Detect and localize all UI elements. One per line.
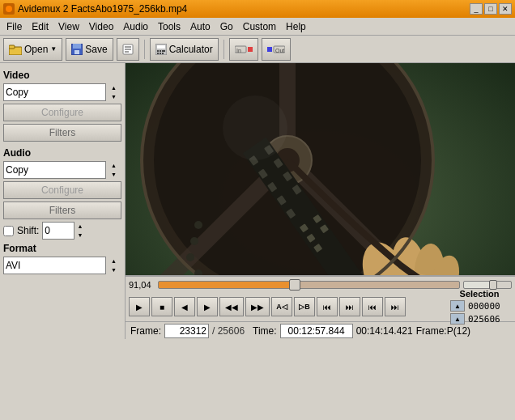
open-label: Open	[24, 44, 48, 55]
toolbar: Open ▼ Save Calculator	[0, 36, 515, 63]
video-area: 91,04 ▶ ■ ◀ ▶ ◀◀ ▶▶ A◁ ▷B ⏮ ⏭ ⏮	[126, 63, 515, 339]
open-dropdown-arrow[interactable]: ▼	[50, 45, 57, 53]
svg-rect-13	[160, 50, 161, 52]
format-wrapper: AVI MP4 MKV ▲ ▼	[3, 257, 121, 274]
menu-edit[interactable]: Edit	[27, 19, 53, 34]
svg-rect-23	[267, 47, 272, 52]
mark-a-button[interactable]: A◁	[271, 297, 292, 316]
svg-rect-5	[74, 50, 79, 54]
shift-checkbox[interactable]	[3, 226, 14, 236]
time-label: Time:	[253, 325, 277, 337]
window-title: Avidemux 2 FactsAbo1975_256kb.mp4	[18, 3, 187, 15]
play-button[interactable]: ▶	[129, 297, 150, 316]
open-button[interactable]: Open ▼	[3, 38, 62, 61]
calculator-label: Calculator	[169, 44, 213, 55]
menu-audio[interactable]: Audio	[118, 19, 153, 34]
svg-rect-14	[162, 50, 165, 52]
svg-point-53	[194, 221, 202, 229]
seekbar-track[interactable]	[158, 281, 460, 289]
markin-icon: In	[235, 44, 253, 55]
goto-end-button[interactable]: ⏭	[339, 297, 360, 316]
main-area: Video Copy None MPEG-4 AVC ▲ ▼ Configure…	[0, 63, 515, 339]
left-panel: Video Copy None MPEG-4 AVC ▲ ▼ Configure…	[0, 63, 126, 339]
goto-start-button[interactable]: ⏮	[317, 297, 338, 316]
audio-section-label: Audio	[3, 147, 121, 159]
mark-b-button[interactable]: ▷B	[294, 297, 315, 316]
menu-help[interactable]: Help	[281, 19, 311, 34]
seekbar-handle[interactable]	[289, 279, 300, 291]
minimize-button[interactable]: _	[470, 3, 483, 15]
svg-rect-4	[73, 44, 81, 49]
frame-input[interactable]	[164, 324, 209, 338]
shift-down[interactable]: ▼	[74, 231, 85, 240]
audio-codec-wrapper: Copy None AAC ▲ ▼	[3, 161, 121, 179]
video-codec-wrapper: Copy None MPEG-4 AVC ▲ ▼	[3, 83, 121, 101]
close-button[interactable]: ✕	[499, 3, 512, 15]
video-codec-select[interactable]: Copy None MPEG-4 AVC	[3, 83, 121, 101]
selection-a-button[interactable]: ▲	[450, 300, 465, 312]
svg-rect-2	[9, 45, 15, 49]
svg-rect-20	[248, 47, 253, 52]
frame-label: Frame:	[130, 325, 161, 337]
app-icon	[3, 3, 15, 15]
next-keyframe-button[interactable]: ⏭	[385, 297, 406, 316]
rewind-button[interactable]: ◀◀	[219, 297, 244, 316]
svg-rect-11	[157, 45, 165, 49]
save-button[interactable]: Save	[66, 38, 113, 61]
properties-icon	[122, 44, 134, 55]
titlebar-buttons[interactable]: _ □ ✕	[470, 3, 512, 15]
svg-rect-17	[162, 53, 164, 54]
shift-spinbox: ▲ ▼	[42, 222, 83, 240]
next-frame-button[interactable]: ▶	[197, 297, 218, 316]
controls-row: ▶ ■ ◀ ▶ ◀◀ ▶▶ A◁ ▷B ⏮ ⏭ ⏮ ⏭ Selection ▲ …	[126, 292, 515, 321]
svg-rect-15	[157, 53, 159, 54]
calculator-button[interactable]: Calculator	[150, 38, 219, 61]
titlebar: Avidemux 2 FactsAbo1975_256kb.mp4 _ □ ✕	[0, 0, 515, 18]
svg-rect-12	[157, 50, 159, 52]
menu-custom[interactable]: Custom	[238, 19, 281, 34]
markout-icon: Out	[267, 44, 285, 55]
total-frames: / 25606	[212, 325, 245, 337]
properties-button[interactable]	[117, 38, 139, 61]
audio-filters-button[interactable]: Filters	[3, 202, 121, 219]
markout-button[interactable]: Out	[262, 38, 291, 61]
shift-input[interactable]	[43, 225, 74, 236]
shift-up[interactable]: ▲	[74, 222, 85, 231]
stop-button[interactable]: ■	[151, 297, 172, 316]
shift-label: Shift:	[17, 225, 39, 236]
frame-type: Frame:P(12)	[416, 325, 470, 337]
selection-b-value: 025606	[468, 314, 509, 325]
video-filters-button[interactable]: Filters	[3, 124, 121, 142]
maximize-button[interactable]: □	[484, 3, 497, 15]
menu-auto[interactable]: Auto	[185, 19, 215, 34]
selection-b-button[interactable]: ▲	[450, 313, 465, 325]
svg-text:In: In	[236, 48, 241, 53]
selection-panel: Selection ▲ 000000 ▲ 025606	[450, 289, 512, 325]
save-icon	[71, 44, 83, 55]
toolbar-separator2	[223, 40, 224, 59]
menu-video[interactable]: Video	[84, 19, 118, 34]
save-label: Save	[85, 44, 107, 55]
menu-go[interactable]: Go	[215, 19, 238, 34]
time-input[interactable]	[280, 324, 353, 338]
seekbar-right-track[interactable]	[463, 281, 512, 289]
audio-codec-select[interactable]: Copy None AAC	[3, 161, 121, 179]
menubar: File Edit View Video Audio Tools Auto Go…	[0, 18, 515, 36]
format-select[interactable]: AVI MP4 MKV	[3, 257, 121, 274]
menu-view[interactable]: View	[53, 19, 84, 34]
menu-tools[interactable]: Tools	[153, 19, 185, 34]
selection-a-value: 000000	[468, 301, 509, 312]
svg-point-62	[223, 95, 287, 160]
markin-button[interactable]: In	[229, 38, 258, 61]
menu-file[interactable]: File	[2, 19, 27, 34]
prev-keyframe-button[interactable]: ⏮	[362, 297, 383, 316]
fastforward-button[interactable]: ▶▶	[245, 297, 270, 316]
audio-configure-button[interactable]: Configure	[3, 181, 121, 199]
duration-value: 00:14:14.421	[356, 325, 413, 337]
selection-b-row: ▲ 025606	[450, 313, 509, 325]
format-section-label: Format	[3, 243, 121, 254]
prev-frame-button[interactable]: ◀	[174, 297, 195, 316]
video-section-label: Video	[3, 70, 121, 81]
video-configure-button[interactable]: Configure	[3, 104, 121, 121]
seekbar-right-handle[interactable]	[489, 280, 497, 290]
